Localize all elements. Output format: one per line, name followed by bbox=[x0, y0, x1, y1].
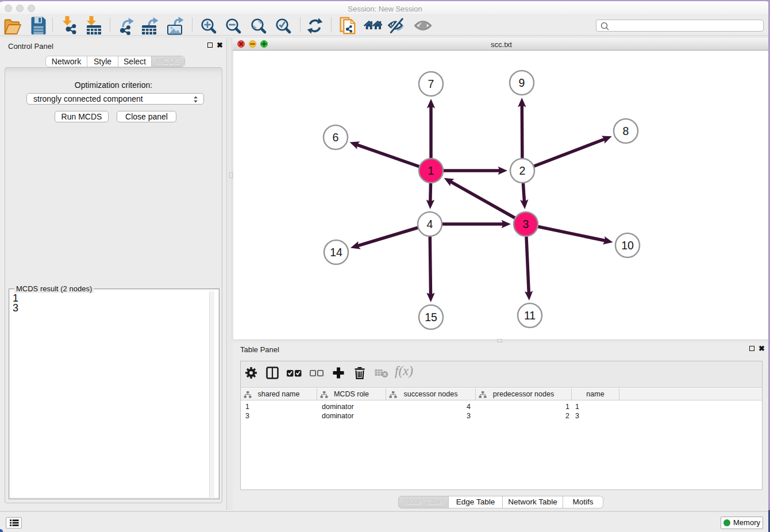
svg-text:10: 10 bbox=[621, 239, 634, 252]
svg-text:1: 1 bbox=[428, 164, 434, 177]
svg-text:14: 14 bbox=[330, 246, 342, 259]
svg-text:4: 4 bbox=[427, 218, 433, 230]
svg-text:9: 9 bbox=[519, 76, 525, 89]
svg-text:3: 3 bbox=[523, 218, 529, 230]
svg-text:8: 8 bbox=[623, 125, 629, 137]
svg-text:2: 2 bbox=[519, 164, 526, 177]
svg-text:15: 15 bbox=[425, 311, 437, 323]
svg-text:7: 7 bbox=[428, 78, 434, 90]
svg-text:6: 6 bbox=[333, 131, 339, 144]
svg-text:11: 11 bbox=[524, 309, 536, 322]
